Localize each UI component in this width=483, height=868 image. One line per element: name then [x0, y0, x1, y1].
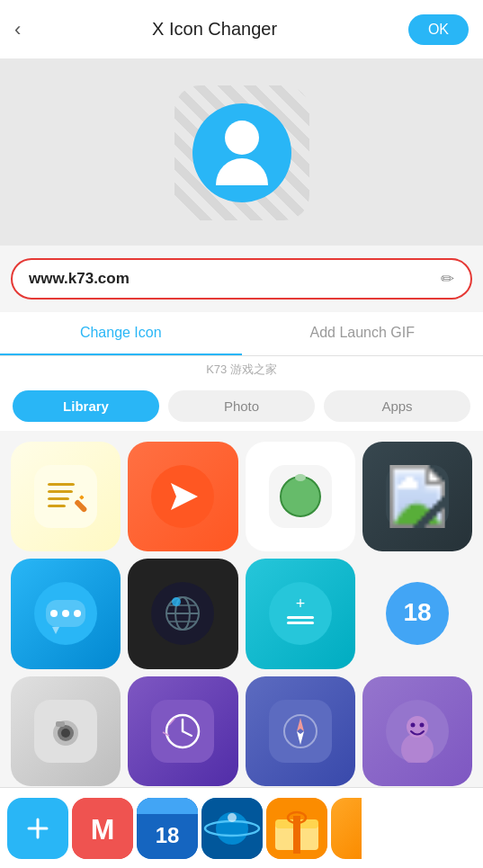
back-button[interactable]: ‹ — [14, 18, 21, 41]
svg-rect-41 — [56, 721, 65, 727]
svg-rect-2 — [48, 490, 73, 493]
svg-point-20 — [50, 610, 58, 617]
icon-preview-wrap — [174, 85, 309, 220]
grid-icon-scissors[interactable] — [362, 442, 472, 551]
grid-icon-clock[interactable] — [128, 676, 237, 786]
grid-icon-globe[interactable] — [128, 559, 237, 668]
svg-rect-1 — [48, 483, 75, 486]
url-input-wrap: ✏ — [11, 258, 472, 300]
grid-icon-face[interactable] — [362, 676, 472, 786]
icon-grid: + 18 — [0, 431, 483, 797]
svg-rect-72 — [293, 816, 300, 854]
bottom-dock: M 18 — [0, 787, 483, 868]
svg-text:18: 18 — [156, 823, 180, 847]
dock-app-gift[interactable] — [266, 798, 327, 859]
dock-app-m[interactable]: M — [72, 798, 133, 859]
svg-point-21 — [62, 610, 69, 617]
svg-rect-4 — [48, 505, 66, 507]
svg-rect-31 — [269, 582, 332, 645]
grid-icon-ball[interactable] — [246, 442, 355, 551]
grid-icon-note[interactable] — [11, 442, 121, 551]
svg-rect-63 — [137, 807, 198, 814]
grid-icon-chat[interactable] — [11, 559, 121, 668]
svg-point-55 — [410, 722, 415, 727]
svg-text:18: 18 — [403, 598, 431, 626]
grid-icon-compass[interactable] — [246, 676, 355, 786]
grid-icon-calendar[interactable]: 18 — [362, 559, 472, 668]
svg-text:+: + — [295, 595, 305, 613]
app-header: ‹ X Icon Changer OK — [0, 0, 483, 58]
watermark: K73 游戏之家 — [0, 356, 483, 381]
avatar-icon — [192, 103, 291, 202]
dock-app-partial — [331, 798, 362, 859]
avatar-head — [225, 121, 259, 155]
ok-button[interactable]: OK — [408, 14, 469, 45]
filter-library[interactable]: Library — [13, 390, 159, 422]
tab-change-icon[interactable]: Change Icon — [0, 312, 242, 355]
filter-row: Library Photo Apps — [0, 381, 483, 431]
dock-app-calendar[interactable]: 18 — [137, 798, 198, 859]
svg-rect-3 — [48, 497, 69, 500]
tabs-row: Change Icon Add Launch GIF — [0, 312, 483, 356]
svg-point-56 — [419, 722, 424, 727]
svg-rect-0 — [34, 465, 97, 528]
avatar-body — [216, 158, 268, 185]
filter-apps[interactable]: Apps — [324, 390, 470, 422]
svg-rect-33 — [287, 616, 314, 619]
svg-point-40 — [61, 729, 70, 738]
edit-icon[interactable]: ✏ — [441, 269, 454, 289]
grid-icon-camera[interactable] — [11, 676, 121, 786]
grid-icon-arrow[interactable] — [128, 442, 237, 551]
svg-text:M: M — [91, 813, 115, 846]
svg-point-68 — [228, 813, 237, 822]
page-title: X Icon Changer — [152, 19, 277, 40]
dock-add-button[interactable] — [7, 798, 68, 859]
svg-point-30 — [172, 597, 181, 606]
tab-add-launch-gif[interactable]: Add Launch GIF — [242, 312, 484, 355]
svg-rect-48 — [269, 700, 332, 763]
icon-preview-area — [0, 58, 483, 246]
grid-icon-calc[interactable]: + — [246, 559, 355, 668]
svg-point-22 — [74, 610, 81, 617]
svg-point-12 — [295, 474, 306, 481]
url-input[interactable] — [29, 270, 441, 288]
url-area: ✏ — [0, 246, 483, 312]
dock-app-planet[interactable] — [201, 798, 263, 859]
filter-photo[interactable]: Photo — [168, 390, 315, 422]
svg-rect-34 — [287, 622, 314, 624]
